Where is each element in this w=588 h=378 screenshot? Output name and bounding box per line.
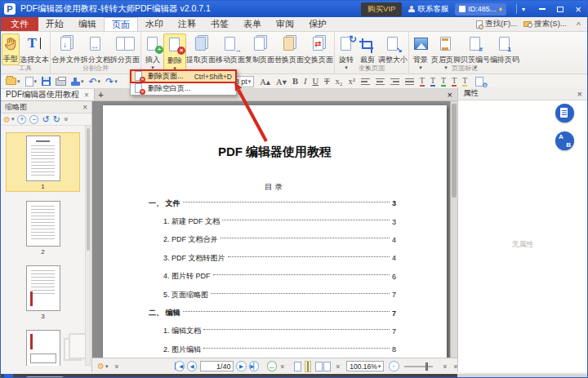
text-color-button-2[interactable]: T <box>430 76 435 87</box>
scrollbar-thumb[interactable] <box>452 104 457 198</box>
insert-page-button[interactable]: + 插入 ▾ <box>142 33 163 70</box>
titlebar-dropdown-icon[interactable]: ▾ <box>522 6 525 13</box>
extract-pages-button[interactable]: 提取页面 <box>186 33 216 65</box>
text-color-button-5[interactable]: T <box>462 76 467 87</box>
menu-tab-edit[interactable]: 编辑 <box>71 17 104 31</box>
maximize-button[interactable] <box>551 2 569 16</box>
align-right-button[interactable] <box>390 78 399 85</box>
split-pages-button[interactable]: 拆分页面 <box>110 33 140 65</box>
last-page-button[interactable]: ▶▏ <box>249 361 259 371</box>
menu-tab-file[interactable]: 文件 <box>1 17 38 31</box>
delete-page-button[interactable]: × 删除 ▾ <box>163 33 186 72</box>
undo-button[interactable]: ↶▾ <box>89 76 101 87</box>
zoom-slider[interactable] <box>404 366 433 367</box>
more-options-icon[interactable]: » <box>61 117 69 121</box>
merge-files-button[interactable]: ↓ 合并文件 <box>51 33 81 65</box>
close-button[interactable]: × <box>569 2 587 16</box>
rotate-left-button[interactable]: ↺ <box>42 114 49 125</box>
buy-vip-button[interactable]: 购买VIP <box>361 2 402 16</box>
save-button[interactable] <box>42 77 51 86</box>
page-thumbnail-2[interactable]: 2 <box>6 198 80 256</box>
align-center-button[interactable] <box>376 78 385 85</box>
previous-page-button[interactable]: ◀ <box>187 361 197 371</box>
resize-button[interactable]: ↘ 调整大小 <box>378 33 408 65</box>
more-options-icon[interactable]: » <box>113 364 121 368</box>
stamp-button[interactable]: ▾ <box>71 77 84 86</box>
more-options-icon[interactable]: » <box>441 364 449 368</box>
thumbnail-scrollbar[interactable] <box>85 126 91 366</box>
page-thumbnail-1[interactable]: 1 <box>6 132 80 192</box>
subscript-button[interactable]: x₂ <box>336 77 343 86</box>
zoom-in-thumbnails-button[interactable]: + <box>17 115 26 124</box>
split-document-button[interactable]: ↔ 拆分文档 <box>81 33 110 65</box>
document-properties-button[interactable]: ⚙ <box>475 77 483 87</box>
more-options-icon[interactable]: » <box>278 364 287 368</box>
two-page-view-button[interactable] <box>314 362 331 371</box>
menu-item-delete-pages[interactable]: × 删除页面... Ctrl+Shift+D <box>131 70 236 82</box>
hand-tool-button[interactable]: 手型 <box>2 33 20 65</box>
menu-tab-form[interactable]: 表单 <box>236 17 269 31</box>
pdf-page[interactable]: PDF 编辑器使用教程 目录 一、 文件 3 1. 新建 PDF 文档 3 2.… <box>103 105 447 358</box>
zoom-slider-handle[interactable] <box>425 362 428 371</box>
find-button[interactable]: 查找(F)... <box>476 19 517 29</box>
close-panel-icon[interactable]: × <box>577 89 582 99</box>
text-color-button-3[interactable]: T <box>441 76 446 87</box>
minimize-button[interactable] <box>533 2 551 16</box>
rotate-right-button[interactable]: ↻ <box>53 114 60 125</box>
menu-tab-watermark[interactable]: 水印 <box>138 17 171 31</box>
page-numbers-button[interactable]: 1 编排页码 <box>490 33 519 65</box>
search-button[interactable]: 搜索(S)... <box>523 19 567 29</box>
view-options-button[interactable]: ⚙ <box>97 362 105 371</box>
strikethrough-button[interactable]: T <box>324 77 329 86</box>
menu-item-delete-blank-pages[interactable]: × 删除空白页... <box>131 82 236 95</box>
new-tab-button[interactable]: + <box>95 89 107 100</box>
page-thumbnail-3[interactable]: 3 <box>6 263 80 321</box>
print-button[interactable] <box>56 77 66 86</box>
menu-tab-home[interactable]: 开始 <box>38 17 71 31</box>
page-number-input[interactable]: 1/40 <box>200 361 234 371</box>
word-translate-button[interactable] <box>555 104 574 122</box>
menu-tab-bookmark[interactable]: 书签 <box>203 17 236 31</box>
close-tab-icon[interactable]: × <box>84 91 89 100</box>
previous-view-button[interactable]: ← <box>267 361 277 371</box>
user-id-badge[interactable]: ID:485... ♦ <box>455 3 506 16</box>
ab-translate-button[interactable]: A B <box>555 131 574 150</box>
align-justify-button[interactable] <box>405 78 414 85</box>
menu-tab-comment[interactable]: 注释 <box>171 17 203 31</box>
italic-button[interactable]: I <box>304 77 307 86</box>
fit-page-view-button[interactable] <box>305 361 311 372</box>
close-document-button[interactable]: × <box>448 89 452 100</box>
text-color-button-4[interactable]: T <box>452 76 457 87</box>
single-page-view-button[interactable] <box>294 362 301 371</box>
increase-font-button[interactable]: A▴ <box>260 77 270 87</box>
close-panel-icon[interactable]: × <box>82 103 87 112</box>
text-color-button-1[interactable]: T <box>420 76 425 87</box>
document-viewer[interactable]: PDF 编辑器使用教程 目录 一、 文件 3 1. 新建 PDF 文档 3 2.… <box>92 101 457 358</box>
contact-support-button[interactable]: 联系客服 <box>408 4 448 15</box>
first-page-button[interactable]: ▏◀ <box>175 361 185 371</box>
more-options-icon[interactable]: » <box>334 364 342 368</box>
redo-button[interactable]: ↷▾ <box>105 76 118 87</box>
decrease-font-button[interactable]: A▾ <box>276 77 287 87</box>
viewer-scrollbar[interactable] <box>450 101 457 358</box>
replace-pages-button[interactable]: 替换页面 <box>274 33 304 65</box>
new-document-button[interactable]: ▾ <box>25 77 38 87</box>
bold-button[interactable]: B <box>292 77 298 86</box>
superscript-button[interactable]: x² <box>348 77 354 86</box>
scrollbar-thumb[interactable] <box>87 128 90 251</box>
align-left-button[interactable] <box>361 78 370 85</box>
menu-tab-protect[interactable]: 保护 <box>301 17 334 31</box>
menu-tab-page[interactable]: 页面 <box>104 17 138 31</box>
underline-button[interactable]: U <box>312 77 318 86</box>
move-pages-button[interactable]: → 移动页面 <box>216 33 245 65</box>
collapse-ribbon-icon[interactable]: ^ <box>577 20 581 29</box>
document-tab[interactable]: PDF编辑器使用教程 × <box>1 89 95 100</box>
zoom-out-thumbnails-button[interactable]: − <box>29 115 38 124</box>
select-text-button[interactable]: T 选择文本 <box>20 33 49 65</box>
zoom-level-select[interactable]: 100.16% ▾ <box>346 361 384 371</box>
copy-pages-button[interactable]: 复制页面 <box>245 33 274 65</box>
thumbnail-options-button[interactable]: ⚙ <box>3 115 11 124</box>
menu-tab-review[interactable]: 审阅 <box>269 17 301 31</box>
swap-pages-button[interactable]: ⇄ 交换页面 <box>304 33 333 65</box>
open-file-button[interactable]: ▾ <box>6 78 20 85</box>
